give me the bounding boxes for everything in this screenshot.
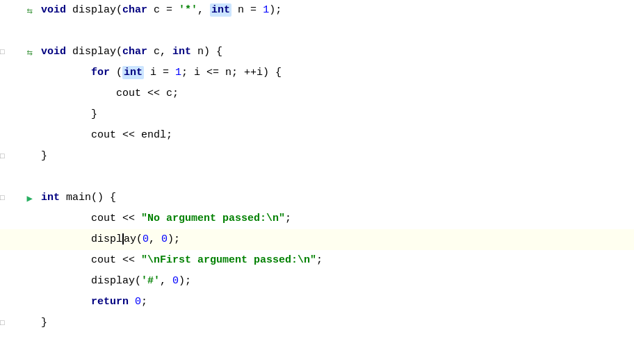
- code-line: display('#', 0);: [0, 271, 634, 292]
- swap-icon[interactable]: ⇆: [27, 5, 33, 17]
- plain-token: (: [110, 67, 122, 78]
- hl-kw-token: int: [122, 66, 144, 79]
- num-token: 0: [135, 296, 141, 308]
- plain-token: i =: [144, 67, 175, 78]
- num-token: 1: [175, 67, 181, 78]
- plain-token: }: [41, 317, 47, 329]
- code-content: for (int i = 1; i <= n; ++i) {: [38, 63, 634, 83]
- plain-token: );: [179, 275, 191, 287]
- plain-token: ,: [149, 233, 161, 245]
- run-arrow-icon[interactable]: ▶: [27, 192, 33, 204]
- code-line: return 0;: [0, 292, 634, 313]
- plain-token: display(: [66, 46, 122, 58]
- gutter: ▶□: [0, 192, 38, 204]
- hl-kw-token: int: [210, 3, 231, 17]
- plain-token: }: [41, 150, 47, 162]
- plain-token: n =: [231, 4, 263, 16]
- str-token: "\nFirst argument passed:\n": [141, 254, 316, 266]
- kw-token: int: [41, 192, 60, 204]
- code-line: cout << "No argument passed:\n";: [0, 208, 634, 229]
- plain-token: [129, 296, 135, 308]
- plain-token: cout <<: [41, 254, 141, 266]
- code-content: display(0, 0);: [38, 229, 634, 250]
- code-content: void display(char c, int n) {: [38, 42, 634, 63]
- kw-token: for: [91, 67, 110, 78]
- str-token: '*': [179, 4, 197, 16]
- plain-token: );: [168, 233, 180, 245]
- code-line: cout << "\nFirst argument passed:\n";: [0, 250, 634, 271]
- plain-token: main() {: [60, 192, 116, 204]
- gutter: ⇆: [0, 5, 38, 17]
- plain-token: ;: [141, 296, 147, 308]
- code-content: }: [38, 313, 634, 333]
- plain-token: cout <<: [41, 213, 141, 224]
- code-line: ⇆□void display(char c, int n) {: [0, 42, 634, 63]
- kw-token: void: [41, 46, 66, 58]
- plain-token: );: [269, 4, 282, 16]
- code-content: cout << endl;: [38, 125, 634, 146]
- kw-token: void: [41, 4, 66, 16]
- code-editor: ⇆void display(char c = '*', int n = 1);⇆…: [0, 0, 634, 364]
- plain-token: [41, 296, 91, 308]
- plain-token: displ: [41, 233, 122, 245]
- code-line: ⇆void display(char c = '*', int n = 1);: [0, 0, 634, 21]
- swap-icon[interactable]: ⇆: [27, 47, 33, 58]
- fold-icon[interactable]: □: [0, 194, 5, 202]
- code-content: cout << "No argument passed:\n";: [38, 208, 634, 229]
- plain-token: cout << c;: [41, 88, 179, 99]
- plain-token: c =: [147, 4, 179, 16]
- code-content: cout << "\nFirst argument passed:\n";: [38, 250, 634, 271]
- plain-token: ,: [160, 275, 172, 287]
- plain-token: ;: [316, 254, 323, 266]
- plain-token: c,: [147, 46, 172, 58]
- kw-token: char: [122, 4, 147, 16]
- str-token: '#': [141, 275, 160, 287]
- code-line: □}: [0, 146, 634, 167]
- plain-token: display(: [66, 4, 122, 16]
- plain-token: cout << endl;: [41, 129, 172, 141]
- code-line: cout << endl;: [0, 125, 634, 146]
- code-line: display(0, 0);: [0, 229, 634, 250]
- fold-icon[interactable]: □: [0, 152, 5, 160]
- empty-line: [0, 167, 634, 188]
- plain-token: [41, 67, 91, 78]
- code-content: return 0;: [38, 292, 634, 313]
- empty-line: [0, 21, 634, 42]
- str-token: "No argument passed:\n": [141, 213, 285, 224]
- code-content: }: [38, 104, 634, 125]
- code-line: }: [0, 104, 634, 125]
- plain-token: ; i <= n; ++i) {: [181, 67, 282, 78]
- plain-token: ;: [285, 213, 291, 224]
- num-token: 0: [161, 233, 168, 245]
- plain-token: ,: [197, 4, 210, 16]
- plain-token: }: [41, 108, 97, 120]
- num-token: 0: [172, 275, 179, 287]
- kw-token: char: [122, 46, 147, 58]
- code-content: cout << c;: [38, 83, 634, 104]
- code-line: □}: [0, 313, 634, 333]
- num-token: 0: [143, 233, 149, 245]
- code-line: for (int i = 1; i <= n; ++i) {: [0, 63, 634, 83]
- code-content: int main() {: [38, 188, 634, 208]
- fold-icon[interactable]: □: [0, 48, 5, 56]
- plain-token: display(: [41, 275, 141, 287]
- code-content: }: [38, 146, 634, 167]
- fold-icon[interactable]: □: [0, 319, 5, 327]
- code-line: cout << c;: [0, 83, 634, 104]
- code-content: display('#', 0);: [38, 271, 634, 292]
- code-line: ▶□int main() {: [0, 188, 634, 208]
- plain-token: ay(: [124, 233, 143, 245]
- num-token: 1: [263, 4, 269, 16]
- plain-token: n) {: [191, 46, 222, 58]
- gutter: ⇆□: [0, 47, 38, 58]
- code-content: void display(char c = '*', int n = 1);: [38, 0, 634, 21]
- empty-line: [0, 333, 634, 354]
- kw-token: return: [91, 296, 129, 308]
- kw-token: int: [172, 46, 191, 58]
